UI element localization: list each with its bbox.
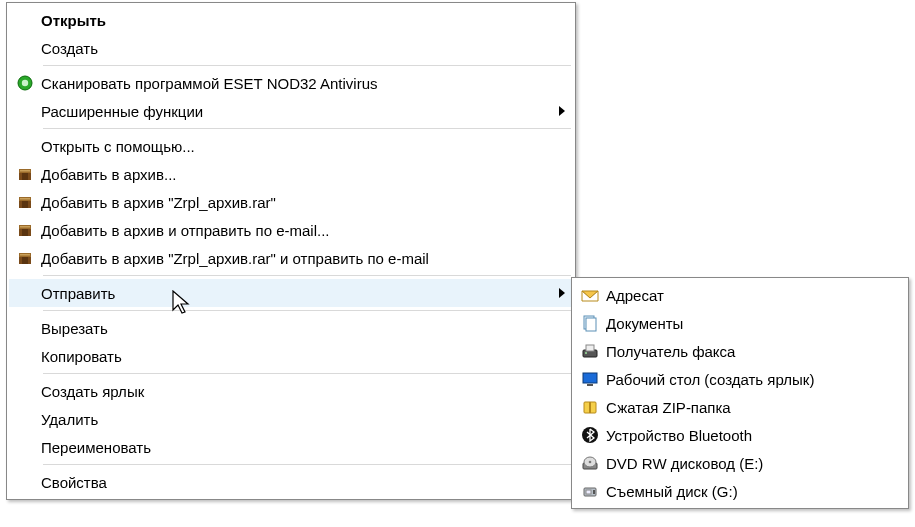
svg-rect-5	[22, 173, 28, 180]
svg-rect-8	[20, 198, 30, 200]
menu-separator	[43, 464, 571, 465]
menu-item-advanced[interactable]: Расширенные функции	[9, 97, 573, 125]
menu-item-eset-scan[interactable]: Сканировать программой ESET NOD32 Antivi…	[9, 69, 573, 97]
svg-rect-9	[22, 201, 28, 208]
context-menu[interactable]: Открыть Создать Сканировать программой E…	[6, 2, 576, 500]
svg-point-1	[22, 80, 28, 86]
menu-item-add-named-archive[interactable]: Добавить в архив "Zrpl_архив.rar"	[9, 188, 573, 216]
svg-rect-34	[586, 490, 591, 494]
winrar-icon	[9, 194, 41, 210]
menu-item-send-to[interactable]: Отправить	[9, 279, 573, 307]
submenu-item-documents[interactable]: Документы	[574, 309, 906, 337]
menu-item-label: Отправить	[41, 285, 573, 302]
menu-separator	[43, 310, 571, 311]
send-to-submenu[interactable]: Адресат Документы Получатель факса Рабоч…	[571, 277, 909, 509]
menu-item-label: Сжатая ZIP-папка	[606, 399, 906, 416]
menu-item-properties[interactable]: Свойства	[9, 468, 573, 496]
menu-item-label: Добавить в архив "Zrpl_архив.rar" и отпр…	[41, 250, 573, 267]
menu-item-add-archive-email[interactable]: Добавить в архив и отправить по e-mail..…	[9, 216, 573, 244]
svg-rect-4	[20, 170, 30, 172]
menu-item-copy[interactable]: Копировать	[9, 342, 573, 370]
submenu-item-bluetooth[interactable]: Устройство Bluetooth	[574, 421, 906, 449]
menu-item-label: Переименовать	[41, 439, 573, 456]
fax-icon	[574, 342, 606, 360]
menu-item-add-named-archive-email[interactable]: Добавить в архив "Zrpl_архив.rar" и отпр…	[9, 244, 573, 272]
menu-item-label: Копировать	[41, 348, 573, 365]
menu-item-label: Адресат	[606, 287, 906, 304]
menu-item-label: Добавить в архив "Zrpl_архив.rar"	[41, 194, 573, 211]
winrar-icon	[9, 166, 41, 182]
bluetooth-icon	[574, 426, 606, 444]
menu-item-label: DVD RW дисковод (E:)	[606, 455, 906, 472]
submenu-item-mail-recipient[interactable]: Адресат	[574, 281, 906, 309]
menu-item-label: Документы	[606, 315, 906, 332]
svg-rect-25	[583, 373, 597, 383]
svg-rect-12	[20, 226, 30, 228]
mail-icon	[574, 286, 606, 304]
menu-item-create[interactable]: Создать	[9, 34, 573, 62]
submenu-arrow-icon	[559, 288, 565, 298]
menu-item-label: Расширенные функции	[41, 103, 573, 120]
menu-item-label: Открыть	[41, 12, 573, 29]
dvd-icon	[574, 454, 606, 472]
menu-item-label: Создать ярлык	[41, 383, 573, 400]
menu-item-label: Съемный диск (G:)	[606, 483, 906, 500]
menu-item-label: Рабочий стол (создать ярлык)	[606, 371, 906, 388]
submenu-item-desktop-shortcut[interactable]: Рабочий стол (создать ярлык)	[574, 365, 906, 393]
desktop-icon	[574, 370, 606, 388]
menu-item-cut[interactable]: Вырезать	[9, 314, 573, 342]
menu-item-label: Получатель факса	[606, 343, 906, 360]
menu-separator	[43, 275, 571, 276]
svg-rect-23	[586, 345, 594, 351]
svg-rect-13	[22, 229, 28, 236]
submenu-item-removable-disk[interactable]: Съемный диск (G:)	[574, 477, 906, 505]
winrar-icon	[9, 222, 41, 238]
menu-separator	[43, 373, 571, 374]
menu-item-label: Открыть с помощью...	[41, 138, 573, 155]
menu-item-label: Вырезать	[41, 320, 573, 337]
menu-item-label: Устройство Bluetooth	[606, 427, 906, 444]
documents-icon	[574, 314, 606, 332]
menu-item-label: Удалить	[41, 411, 573, 428]
menu-item-open-with[interactable]: Открыть с помощью...	[9, 132, 573, 160]
svg-point-32	[589, 461, 592, 464]
submenu-arrow-icon	[559, 106, 565, 116]
menu-item-label: Создать	[41, 40, 573, 57]
submenu-item-fax[interactable]: Получатель факса	[574, 337, 906, 365]
menu-separator	[43, 65, 571, 66]
svg-rect-16	[20, 254, 30, 256]
menu-item-create-shortcut[interactable]: Создать ярлык	[9, 377, 573, 405]
submenu-item-dvd-drive[interactable]: DVD RW дисковод (E:)	[574, 449, 906, 477]
menu-item-add-archive[interactable]: Добавить в архив...	[9, 160, 573, 188]
svg-rect-28	[589, 402, 591, 413]
menu-item-open[interactable]: Открыть	[9, 6, 573, 34]
svg-rect-21	[586, 318, 596, 331]
menu-separator	[43, 128, 571, 129]
menu-item-label: Добавить в архив...	[41, 166, 573, 183]
menu-item-label: Свойства	[41, 474, 573, 491]
eset-icon	[9, 75, 41, 91]
menu-item-label: Добавить в архив и отправить по e-mail..…	[41, 222, 573, 239]
svg-rect-35	[593, 490, 595, 494]
menu-item-delete[interactable]: Удалить	[9, 405, 573, 433]
menu-item-label: Сканировать программой ESET NOD32 Antivi…	[41, 75, 573, 92]
zip-icon	[574, 398, 606, 416]
svg-rect-17	[22, 257, 28, 264]
svg-rect-26	[587, 384, 593, 386]
usb-icon	[574, 482, 606, 500]
submenu-item-zip[interactable]: Сжатая ZIP-папка	[574, 393, 906, 421]
svg-point-24	[585, 352, 587, 354]
menu-item-rename[interactable]: Переименовать	[9, 433, 573, 461]
winrar-icon	[9, 250, 41, 266]
